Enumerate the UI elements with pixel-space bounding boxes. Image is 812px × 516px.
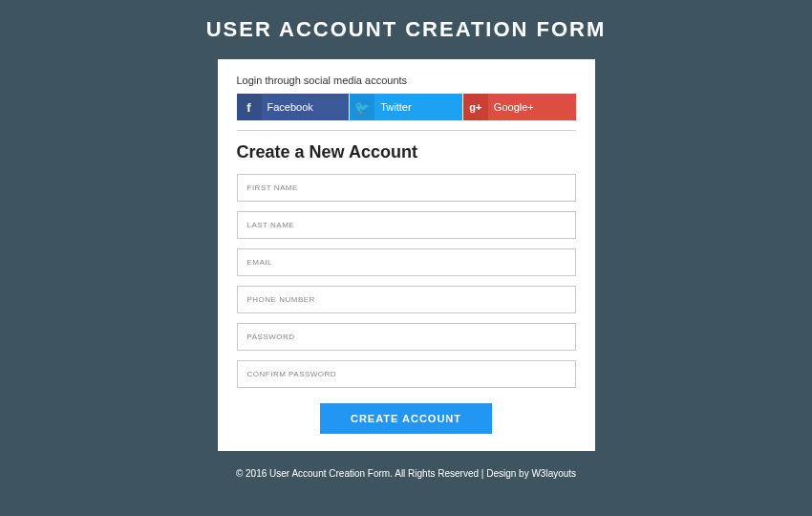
twitter-icon: 🐦 [350,94,374,120]
last-name-field[interactable] [237,211,576,239]
footer: © 2016 User Account Creation Form. All R… [236,468,576,479]
form-heading: Create a New Account [237,142,576,162]
footer-link[interactable]: W3layouts [531,468,576,479]
page-title: USER ACCOUNT CREATION FORM [206,17,607,42]
googleplus-icon: g+ [463,94,488,120]
twitter-button[interactable]: 🐦 Twitter [350,94,462,120]
social-login-label: Login through social media accounts [237,75,576,86]
first-name-field[interactable] [237,174,576,202]
twitter-label: Twitter [374,101,411,113]
create-account-button[interactable]: CREATE ACCOUNT [320,403,492,434]
googleplus-label: Google+ [488,101,534,113]
phone-field[interactable] [237,286,576,313]
googleplus-button[interactable]: g+ Google+ [463,94,576,120]
confirm-password-field[interactable] [237,360,576,388]
form-card: Login through social media accounts f Fa… [218,59,595,451]
facebook-icon: f [237,94,262,120]
password-field[interactable] [237,323,576,351]
footer-text: © 2016 User Account Creation Form. All R… [236,468,532,479]
social-buttons-row: f Facebook 🐦 Twitter g+ Google+ [237,94,576,131]
email-field[interactable] [237,248,576,276]
submit-row: CREATE ACCOUNT [237,403,576,434]
facebook-label: Facebook [262,101,313,113]
facebook-button[interactable]: f Facebook [237,94,350,120]
